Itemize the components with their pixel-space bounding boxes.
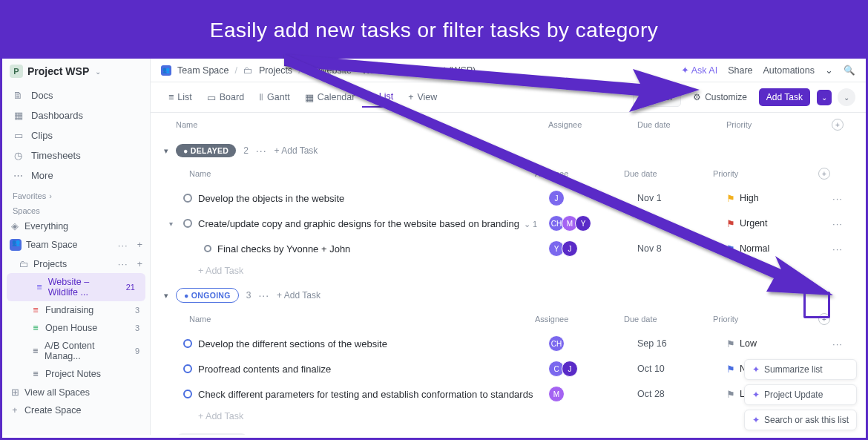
avatar[interactable]: Y bbox=[575, 215, 591, 232]
ai-action-chip[interactable]: ✦Summarize list bbox=[744, 359, 857, 380]
customize-button[interactable]: ⚙Customize bbox=[687, 88, 753, 106]
group-add-task[interactable]: + Add Task bbox=[277, 290, 320, 301]
sidebar-view-all-spaces[interactable]: ⊞ View all Spaces bbox=[2, 383, 150, 401]
view-tab-list[interactable]: ≡List bbox=[161, 87, 200, 108]
assignee-cell[interactable]: J bbox=[548, 190, 637, 206]
group-add-task[interactable]: + Add Task bbox=[274, 145, 318, 156]
task-row[interactable]: ▾ Create/update copy and graphic designs… bbox=[164, 211, 852, 236]
due-date-cell[interactable]: Oct 10 bbox=[637, 364, 726, 374]
add-task-button[interactable]: Add Task bbox=[759, 88, 810, 106]
column-priority[interactable]: Priority bbox=[713, 169, 809, 178]
sidebar-projects-folder[interactable]: 🗀 Projects ··· + bbox=[2, 255, 150, 273]
task-name[interactable]: Develop the different sections of the we… bbox=[198, 338, 548, 349]
more-icon[interactable]: ··· bbox=[273, 434, 284, 435]
sidebar-item-more[interactable]: ⋯More bbox=[2, 165, 150, 185]
column-priority[interactable]: Priority bbox=[713, 315, 809, 324]
sidebar-item-clips[interactable]: ▭Clips bbox=[2, 125, 150, 145]
breadcrumb-space[interactable]: Team Space bbox=[177, 65, 228, 76]
column-name[interactable]: Name bbox=[164, 120, 548, 129]
task-row[interactable]: Final checks by Yvonne + John YJ Nov 8 ⚑… bbox=[164, 236, 852, 261]
column-due-date[interactable]: Due date bbox=[637, 120, 726, 129]
assignee-cell[interactable]: YJ bbox=[548, 240, 637, 257]
more-icon[interactable]: ··· bbox=[256, 145, 267, 157]
due-date-cell[interactable]: Nov 1 bbox=[637, 193, 726, 203]
ai-action-chip[interactable]: ✦Search or ask this list bbox=[744, 410, 857, 430]
plus-icon[interactable]: + bbox=[137, 259, 142, 269]
status-icon[interactable] bbox=[183, 339, 192, 348]
avatar[interactable]: J bbox=[562, 240, 578, 257]
assignee-cell[interactable]: CH bbox=[548, 335, 637, 352]
column-assignee[interactable]: Assignee bbox=[535, 169, 624, 178]
status-icon[interactable] bbox=[204, 245, 211, 252]
chevron-down-icon[interactable]: ⌄ bbox=[825, 65, 833, 76]
sidebar-list-item[interactable]: ≡Fundraising3 bbox=[2, 301, 150, 319]
column-name[interactable]: Name bbox=[177, 169, 535, 178]
row-more-icon[interactable]: ··· bbox=[823, 243, 852, 255]
task-name[interactable]: Develop the objects in the website bbox=[198, 193, 548, 204]
column-priority[interactable]: Priority bbox=[726, 120, 823, 129]
avatar[interactable]: J bbox=[562, 361, 578, 377]
favorites-header[interactable]: Favorites › bbox=[2, 187, 150, 202]
assignee-cell[interactable]: M bbox=[548, 386, 637, 402]
filter-button[interactable]: ⚟Filter bbox=[633, 88, 681, 107]
group-status-pill[interactable]: ● DELAYED bbox=[176, 144, 236, 157]
due-date-cell[interactable]: Sep 16 bbox=[637, 338, 726, 349]
row-more-icon[interactable]: ··· bbox=[823, 193, 852, 204]
status-icon[interactable] bbox=[183, 219, 192, 228]
view-tab-calendar[interactable]: ▦Calendar bbox=[297, 87, 363, 108]
task-name[interactable]: Proofread contents and finalize bbox=[198, 364, 548, 375]
due-date-cell[interactable]: Oct 28 bbox=[637, 389, 726, 399]
status-icon[interactable] bbox=[183, 194, 192, 203]
workspace-switcher[interactable]: P Project WSP ⌄ bbox=[2, 59, 150, 84]
view-tab-gantt[interactable]: ⫴Gantt bbox=[251, 87, 297, 108]
add-column-button[interactable]: + bbox=[832, 119, 844, 131]
sidebar-everything[interactable]: ◈ Everything bbox=[2, 217, 150, 235]
view-tab-list[interactable]: ≡List bbox=[362, 87, 401, 108]
add-column-button[interactable]: + bbox=[818, 168, 830, 180]
avatar[interactable]: J bbox=[548, 190, 565, 206]
task-row[interactable]: Develop the different sections of the we… bbox=[164, 331, 852, 356]
priority-cell[interactable]: ⚑Low bbox=[726, 338, 823, 349]
automations-button[interactable]: Automations bbox=[763, 65, 815, 76]
task-row[interactable]: Develop the objects in the website J Nov… bbox=[164, 185, 852, 211]
due-date-cell[interactable]: Nov 8 bbox=[637, 243, 726, 254]
breadcrumb-folder[interactable]: Projects bbox=[259, 65, 292, 76]
assignee-cell[interactable]: CHMY bbox=[548, 215, 637, 232]
avatar[interactable]: M bbox=[548, 386, 565, 402]
sidebar-list-item[interactable]: ≡A/B Content Manag...9 bbox=[2, 337, 150, 365]
share-button[interactable]: Share bbox=[728, 65, 752, 76]
group-toggle[interactable]: ▾ bbox=[164, 146, 168, 156]
group-toggle[interactable]: ▾ bbox=[164, 291, 168, 301]
ai-action-chip[interactable]: ✦Project Update bbox=[744, 384, 857, 405]
inline-add-task[interactable]: + Add Task bbox=[164, 261, 852, 280]
more-icon[interactable]: ··· bbox=[258, 289, 269, 301]
sidebar-list-item[interactable]: ≡Open House3 bbox=[2, 319, 150, 337]
sidebar-list-item[interactable]: ≡Project Notes bbox=[2, 365, 150, 383]
priority-cell[interactable]: ⚑Urgent bbox=[726, 218, 823, 229]
sidebar-list-item[interactable]: ≡Website – Wildlife ...21 bbox=[7, 273, 145, 301]
row-more-icon[interactable]: ··· bbox=[823, 338, 852, 349]
column-due-date[interactable]: Due date bbox=[624, 315, 713, 324]
task-name[interactable]: Check different parameters for testing a… bbox=[198, 389, 548, 400]
sidebar-item-timesheets[interactable]: ◷Timesheets bbox=[2, 145, 150, 165]
view-tab-view[interactable]: +View bbox=[401, 87, 444, 108]
sidebar-team-space[interactable]: 👥 Team Space ··· + bbox=[2, 235, 150, 255]
assignee-cell[interactable]: CJ bbox=[548, 361, 637, 377]
column-assignee[interactable]: Assignee bbox=[548, 120, 637, 129]
column-assignee[interactable]: Assignee bbox=[535, 315, 624, 324]
column-due-date[interactable]: Due date bbox=[624, 169, 713, 178]
priority-cell[interactable]: ⚑Normal bbox=[726, 243, 823, 255]
view-tab-board[interactable]: ▭Board bbox=[200, 87, 251, 108]
priority-cell[interactable]: ⚑High bbox=[726, 193, 823, 204]
expand-toggle[interactable]: ▾ bbox=[164, 220, 177, 228]
sidebar-item-docs[interactable]: 🗎Docs bbox=[2, 85, 150, 105]
avatar[interactable]: CH bbox=[548, 335, 565, 352]
status-icon[interactable] bbox=[183, 390, 192, 398]
group-status-pill[interactable]: ● ONGOING bbox=[176, 288, 239, 303]
breadcrumb-list[interactable]: Website – Wildlife Sanctuary ct (WSP) bbox=[318, 65, 476, 76]
sidebar-create-space[interactable]: + Create Space bbox=[2, 401, 150, 419]
plus-icon[interactable]: + bbox=[137, 240, 142, 250]
task-name[interactable]: Create/update copy and graphic designs f… bbox=[198, 218, 548, 229]
group-status-pill[interactable]: NOT STARTED bbox=[176, 433, 248, 435]
task-name[interactable]: Final checks by Yvonne + John bbox=[217, 243, 548, 255]
